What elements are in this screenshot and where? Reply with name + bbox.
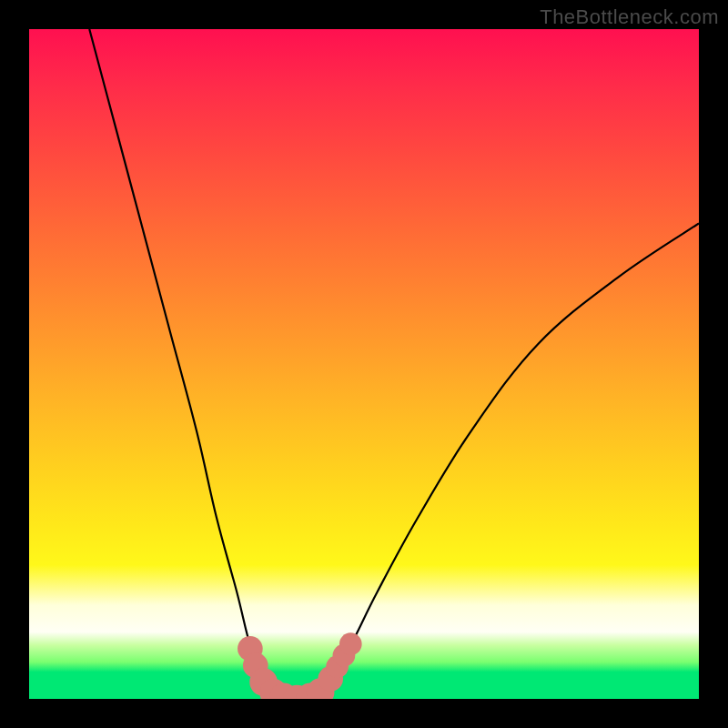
chart-svg (29, 29, 699, 699)
bottleneck-curve (89, 29, 699, 699)
watermark-text: TheBottleneck.com (540, 5, 719, 29)
curve-markers (238, 632, 362, 699)
chart-frame: TheBottleneck.com (0, 0, 728, 728)
plot-area (29, 29, 699, 699)
marker-dot (339, 632, 362, 655)
